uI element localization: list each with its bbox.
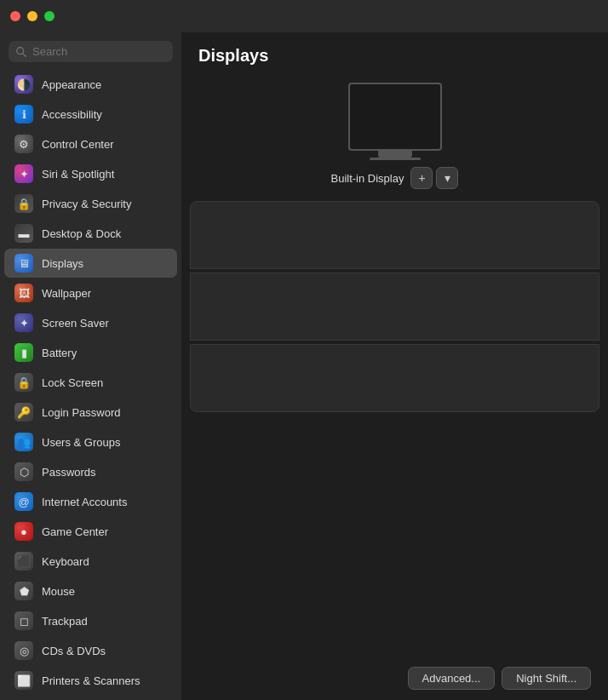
game-center-icon: ● xyxy=(14,522,33,541)
users-groups-icon: 👥 xyxy=(14,433,33,451)
passwords-icon: ⬡ xyxy=(14,462,33,481)
sidebar-item-label-displays: Displays xyxy=(42,257,83,270)
add-display-button[interactable]: + xyxy=(410,167,433,189)
sidebar-item-screen-saver[interactable]: ✦Screen Saver xyxy=(4,308,177,337)
sidebar-item-label-trackpad: Trackpad xyxy=(42,615,88,628)
wallpaper-icon: 🖼 xyxy=(14,284,33,302)
sidebar-item-label-lock-screen: Lock Screen xyxy=(42,376,103,389)
sidebar-items-container: 🌗AppearanceℹAccessibility⚙Control Center… xyxy=(0,69,181,700)
sidebar-item-trackpad[interactable]: ◻Trackpad xyxy=(4,606,177,635)
sidebar-item-login-password[interactable]: 🔑Login Password xyxy=(4,398,177,427)
search-icon xyxy=(15,46,27,58)
sidebar-item-internet-accounts[interactable]: @Internet Accounts xyxy=(4,487,177,516)
printers-scanners-icon: ⬜ xyxy=(14,671,33,690)
sidebar-item-label-internet-accounts: Internet Accounts xyxy=(42,496,127,508)
sidebar-item-label-siri-spotlight: Siri & Spotlight xyxy=(42,168,114,181)
sidebar-item-cds-dvds[interactable]: ◎CDs & DVDs xyxy=(4,636,177,665)
sidebar-item-label-appearance: Appearance xyxy=(42,78,101,91)
battery-icon: ▮ xyxy=(14,343,33,362)
sidebar-item-label-passwords: Passwords xyxy=(42,466,96,479)
close-button[interactable] xyxy=(10,11,20,21)
btn-icon-row: + ▾ xyxy=(410,167,458,189)
sidebar-item-label-printers-scanners: Printers & Scanners xyxy=(42,674,141,687)
sidebar-item-label-game-center: Game Center xyxy=(42,525,108,538)
displays-icon: 🖥 xyxy=(14,254,33,273)
sidebar-item-desktop-dock[interactable]: ▬Desktop & Dock xyxy=(4,219,177,248)
sidebar-item-ni-usb-audio[interactable]: 🎚NI USB Audio xyxy=(4,696,177,700)
night-shift-button[interactable]: Night Shift... xyxy=(502,667,591,690)
lock-screen-icon: 🔒 xyxy=(14,373,33,392)
sidebar-item-control-center[interactable]: ⚙Control Center xyxy=(4,129,177,158)
sidebar-item-wallpaper[interactable]: 🖼Wallpaper xyxy=(4,278,177,307)
sidebar-item-game-center[interactable]: ●Game Center xyxy=(4,517,177,546)
monitor-base xyxy=(370,158,421,160)
sidebar: 🌗AppearanceℹAccessibility⚙Control Center… xyxy=(0,32,181,700)
sidebar-item-label-login-password: Login Password xyxy=(42,406,121,419)
sidebar-item-label-accessibility: Accessibility xyxy=(42,108,102,121)
sidebar-item-appearance[interactable]: 🌗Appearance xyxy=(4,70,177,99)
accessibility-icon: ℹ xyxy=(14,105,33,123)
cds-dvds-icon: ◎ xyxy=(14,641,33,660)
sidebar-item-printers-scanners[interactable]: ⬜Printers & Scanners xyxy=(4,666,177,695)
sidebar-item-battery[interactable]: ▮Battery xyxy=(4,338,177,367)
sidebar-item-mouse[interactable]: ⬟Mouse xyxy=(4,577,177,605)
bottom-buttons: Advanced... Night Shift... xyxy=(181,657,608,700)
titlebar xyxy=(0,0,608,32)
sidebar-item-label-privacy-security: Privacy & Security xyxy=(42,198,131,210)
maximize-button[interactable] xyxy=(44,11,54,21)
login-password-icon: 🔑 xyxy=(14,403,33,422)
screen-saver-icon: ✦ xyxy=(14,313,33,332)
sidebar-item-privacy-security[interactable]: 🔒Privacy & Security xyxy=(4,189,177,218)
sidebar-item-label-control-center: Control Center xyxy=(42,138,114,151)
sidebar-item-displays[interactable]: 🖥Displays xyxy=(4,249,177,278)
display-preview-area: Built-in Display + ▾ xyxy=(181,74,608,201)
sidebar-item-label-keyboard: Keyboard xyxy=(42,555,89,568)
sidebar-item-accessibility[interactable]: ℹAccessibility xyxy=(4,100,177,129)
sidebar-item-users-groups[interactable]: 👥Users & Groups xyxy=(4,427,177,456)
expand-display-button[interactable]: ▾ xyxy=(436,167,458,189)
sidebar-item-label-desktop-dock: Desktop & Dock xyxy=(42,227,121,240)
svg-line-1 xyxy=(23,54,26,56)
settings-panel-2 xyxy=(190,273,599,341)
minimize-button[interactable] xyxy=(27,11,37,21)
appearance-icon: 🌗 xyxy=(14,75,33,94)
sidebar-item-label-mouse: Mouse xyxy=(42,585,75,598)
control-center-icon: ⚙ xyxy=(14,135,33,153)
main-header: Displays xyxy=(181,32,608,74)
sidebar-item-siri-spotlight[interactable]: ✦Siri & Spotlight xyxy=(4,159,177,188)
page-title: Displays xyxy=(198,46,591,66)
svg-point-0 xyxy=(17,47,24,54)
siri-spotlight-icon: ✦ xyxy=(14,164,33,183)
sidebar-item-label-users-groups: Users & Groups xyxy=(42,436,120,449)
settings-panel-1 xyxy=(190,201,599,269)
mouse-icon: ⬟ xyxy=(14,582,33,600)
sidebar-item-label-wallpaper: Wallpaper xyxy=(42,287,91,300)
monitor-label-row: Built-in Display + ▾ xyxy=(331,167,459,189)
monitor-label: Built-in Display xyxy=(331,172,404,185)
sidebar-item-label-cds-dvds: CDs & DVDs xyxy=(42,645,106,657)
settings-panel-3 xyxy=(190,344,599,412)
keyboard-icon: ⬛ xyxy=(14,552,33,571)
sidebar-item-lock-screen[interactable]: 🔒Lock Screen xyxy=(4,368,177,397)
sidebar-item-label-screen-saver: Screen Saver xyxy=(42,317,109,330)
monitor-stand xyxy=(378,151,412,158)
sidebar-item-passwords[interactable]: ⬡Passwords xyxy=(4,457,177,486)
advanced-button[interactable]: Advanced... xyxy=(408,667,496,690)
search-box[interactable] xyxy=(9,41,173,62)
trackpad-icon: ◻ xyxy=(14,611,33,630)
settings-panels xyxy=(181,201,608,657)
monitor-icon xyxy=(348,83,442,151)
sidebar-item-label-battery: Battery xyxy=(42,347,77,359)
main-content: Displays Built-in Display + ▾ Advanced..… xyxy=(181,32,608,700)
privacy-security-icon: 🔒 xyxy=(14,194,33,213)
sidebar-item-keyboard[interactable]: ⬛Keyboard xyxy=(4,547,177,576)
desktop-dock-icon: ▬ xyxy=(14,224,33,243)
internet-accounts-icon: @ xyxy=(14,492,33,511)
search-input[interactable] xyxy=(32,45,166,58)
